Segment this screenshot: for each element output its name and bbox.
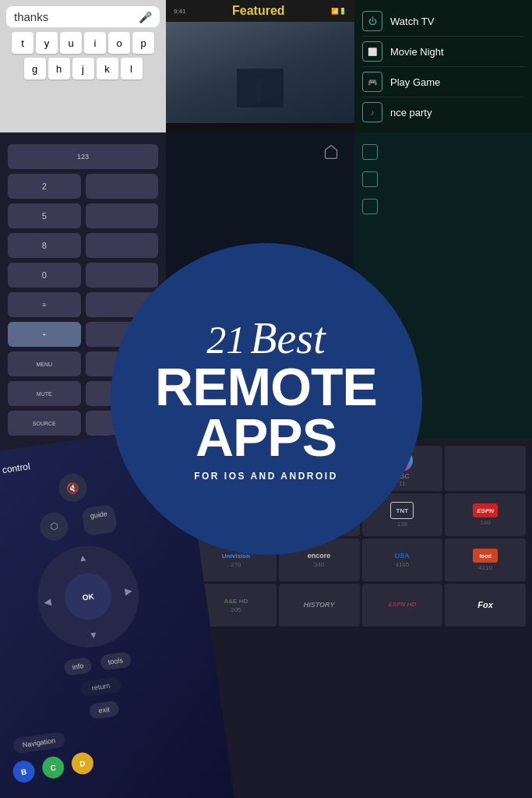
right-arrow[interactable]: ▶ bbox=[125, 585, 133, 597]
overlay-best: Best bbox=[250, 316, 325, 360]
nbc-num: 11 bbox=[399, 480, 406, 487]
key-g[interactable]: g bbox=[24, 58, 46, 79]
overlay-subtitle: FOR IOS AND ANDROID bbox=[194, 471, 338, 482]
remote-btn-8[interactable]: 8 bbox=[8, 233, 81, 258]
overlay-apps: APPS bbox=[196, 412, 336, 463]
channel-empty1 bbox=[445, 446, 526, 491]
remote-btn-lines[interactable]: ≡ bbox=[8, 292, 81, 317]
green-btn[interactable]: C bbox=[41, 755, 65, 780]
food-num: 4110 bbox=[478, 564, 492, 571]
guide-btn[interactable]: guide bbox=[81, 504, 118, 536]
key-p[interactable]: p bbox=[132, 32, 154, 54]
overlay-remote: REMOTE bbox=[155, 362, 377, 412]
watch-tv-label: Watch TV bbox=[390, 16, 434, 27]
up-arrow[interactable]: ▲ bbox=[77, 552, 88, 564]
person-silhouette bbox=[256, 84, 261, 104]
microphone-icon: 🎤 bbox=[139, 11, 152, 23]
left-arrow[interactable]: ◀ bbox=[44, 596, 52, 608]
key-o[interactable]: o bbox=[108, 32, 130, 54]
right-icon-2[interactable] bbox=[362, 171, 378, 187]
down-arrow[interactable]: ▼ bbox=[88, 629, 99, 641]
title-line-1: 21 Best bbox=[206, 316, 325, 360]
monitor-icon: ⬜ bbox=[362, 41, 382, 62]
mute-btn[interactable]: 🔇 bbox=[57, 472, 89, 504]
remote-btn-mute[interactable]: MUTE bbox=[8, 381, 81, 406]
info-btn[interactable]: info bbox=[64, 657, 93, 676]
remote-btn-plus[interactable]: + bbox=[8, 322, 81, 347]
channel-food[interactable]: food 4110 bbox=[445, 538, 526, 581]
tools-btn[interactable]: tools bbox=[100, 651, 132, 671]
home-icon bbox=[323, 144, 339, 163]
espn-logo: ESPN bbox=[473, 503, 498, 517]
ae-hd-num: 205 bbox=[231, 606, 241, 613]
remote-btn-source[interactable]: SOURCE bbox=[8, 411, 81, 436]
key-k[interactable]: k bbox=[97, 58, 118, 79]
ae-hd-logo: A&E HD bbox=[224, 598, 248, 605]
right-icon-3[interactable] bbox=[362, 199, 378, 214]
remote-btn-123[interactable]: 123 bbox=[8, 144, 158, 169]
blue-btn[interactable]: B bbox=[12, 759, 37, 784]
remote-btn-5[interactable]: 5 bbox=[8, 203, 81, 228]
menu-item-dance-party[interactable]: ♪ nce party bbox=[362, 97, 524, 127]
party-icon: ♪ bbox=[362, 102, 382, 122]
menu-item-watch-tv[interactable]: ⏻ Watch TV bbox=[362, 6, 524, 37]
key-j[interactable]: j bbox=[72, 58, 94, 79]
key-y[interactable]: y bbox=[36, 32, 58, 54]
remote-btn-blank2[interactable] bbox=[86, 203, 159, 228]
tnt-logo: TNT bbox=[390, 502, 414, 519]
movie-night-label: Movie Night bbox=[390, 46, 444, 58]
dpad-ring: OK ▲ ▼ ◀ ▶ bbox=[31, 539, 146, 654]
channel-usa[interactable]: USA 4105 bbox=[362, 538, 443, 581]
screenshot-container: thanks 🎤 t y u i o p g h j k l 9:41 bbox=[0, 0, 532, 798]
history-logo: HISTORY bbox=[304, 601, 335, 609]
remote-btn-blank3[interactable] bbox=[86, 233, 159, 258]
dpad-container: OK ▲ ▼ ◀ ▶ bbox=[31, 539, 146, 654]
return-btn[interactable]: return bbox=[80, 676, 122, 697]
keyboard-input-text: thanks bbox=[14, 10, 48, 23]
tnt-num: 138 bbox=[397, 521, 407, 528]
watch-menu: ⏻ Watch TV ⬜ Movie Night 🎮 Play Game ♪ n… bbox=[354, 0, 532, 132]
key-i[interactable]: i bbox=[84, 32, 106, 54]
remote-btn-blank[interactable] bbox=[86, 174, 159, 199]
remote-btn-menu[interactable]: MENU bbox=[8, 351, 81, 376]
usa-num: 4105 bbox=[395, 561, 409, 568]
right-icon-1[interactable] bbox=[362, 144, 378, 160]
featured-title: Featured bbox=[232, 4, 285, 18]
food-logo: food bbox=[473, 549, 498, 563]
cube-btn[interactable]: ⬡ bbox=[38, 510, 70, 542]
play-game-label: Play Game bbox=[390, 76, 440, 88]
status-icons: 📶🔋 bbox=[331, 8, 347, 15]
espn-hd-logo: ESPN HD bbox=[389, 601, 417, 608]
keyboard-panel: thanks 🎤 t y u i o p g h j k l bbox=[0, 0, 166, 132]
channel-espn-hd[interactable]: ESPN HD bbox=[362, 584, 443, 627]
remote-btn-blank4[interactable] bbox=[86, 263, 159, 288]
menu-item-play-game[interactable]: 🎮 Play Game bbox=[362, 67, 524, 97]
dance-party-label: nce party bbox=[390, 107, 432, 118]
watch-tv-panel: ⏻ Watch TV ⬜ Movie Night 🎮 Play Game ♪ n… bbox=[354, 0, 532, 132]
ok-button[interactable]: OK bbox=[62, 570, 115, 623]
key-t[interactable]: t bbox=[12, 32, 33, 54]
menu-item-movie-night[interactable]: ⬜ Movie Night bbox=[362, 37, 524, 67]
head-silhouette bbox=[257, 79, 263, 86]
encore-num: 340 bbox=[314, 561, 324, 568]
espn-num: 140 bbox=[480, 519, 490, 526]
navigation-btn[interactable]: Navigation bbox=[12, 732, 66, 754]
remote-btn-0[interactable]: 0 bbox=[8, 263, 81, 288]
key-l[interactable]: l bbox=[121, 58, 143, 79]
channel-history[interactable]: HISTORY bbox=[279, 584, 360, 627]
featured-panel: 9:41 Featured 📶🔋 bbox=[166, 0, 354, 132]
remote-btn-2[interactable]: 2 bbox=[8, 174, 81, 199]
right-panel-content bbox=[354, 132, 532, 238]
exit-btn[interactable]: exit bbox=[88, 700, 119, 719]
usa-logo: USA bbox=[395, 552, 410, 560]
yellow-btn[interactable]: D bbox=[70, 751, 95, 776]
key-u[interactable]: u bbox=[60, 32, 82, 54]
overlay-number: 21 bbox=[206, 320, 245, 359]
channel-espn[interactable]: ESPN 140 bbox=[445, 493, 526, 536]
channel-fox[interactable]: Fox bbox=[445, 584, 526, 627]
status-bar-time: 9:41 bbox=[174, 8, 186, 15]
key-h[interactable]: h bbox=[48, 58, 70, 79]
featured-image bbox=[166, 22, 354, 123]
gamepad-icon: 🎮 bbox=[362, 72, 382, 92]
keyboard-rows: t y u i o p g h j k l bbox=[0, 30, 166, 85]
